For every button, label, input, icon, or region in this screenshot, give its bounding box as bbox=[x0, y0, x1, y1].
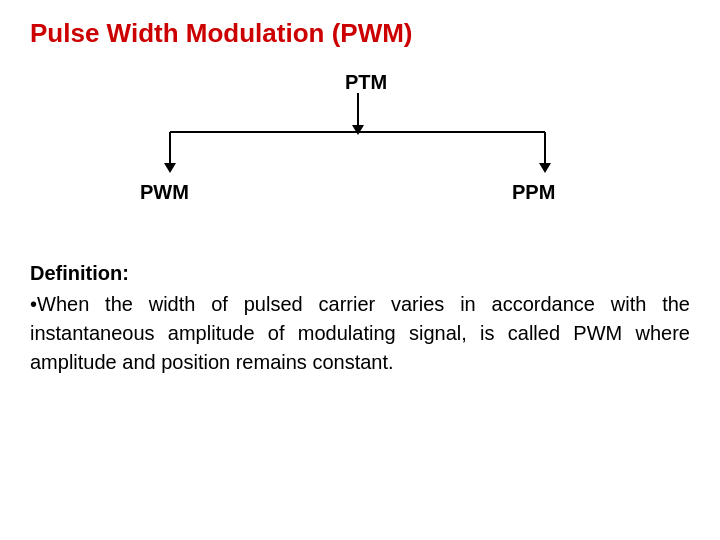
svg-marker-2 bbox=[352, 125, 364, 135]
diagram-area: PTM PWM PPM bbox=[30, 67, 690, 237]
definition-body: When the width of pulsed carrier varies … bbox=[30, 293, 690, 373]
svg-marker-5 bbox=[164, 163, 176, 173]
svg-text:PPM: PPM bbox=[512, 181, 555, 203]
definition-section: Definition: •When the width of pulsed ca… bbox=[30, 259, 690, 377]
bullet: • bbox=[30, 293, 37, 315]
svg-marker-7 bbox=[539, 163, 551, 173]
page-title: Pulse Width Modulation (PWM) bbox=[30, 18, 690, 49]
definition-label: Definition: bbox=[30, 259, 690, 288]
ptm-diagram: PTM PWM PPM bbox=[80, 67, 640, 237]
svg-text:PTM: PTM bbox=[345, 71, 387, 93]
svg-text:PWM: PWM bbox=[140, 181, 189, 203]
page-container: Pulse Width Modulation (PWM) PTM PWM PPM… bbox=[0, 0, 720, 540]
definition-text: •When the width of pulsed carrier varies… bbox=[30, 290, 690, 377]
